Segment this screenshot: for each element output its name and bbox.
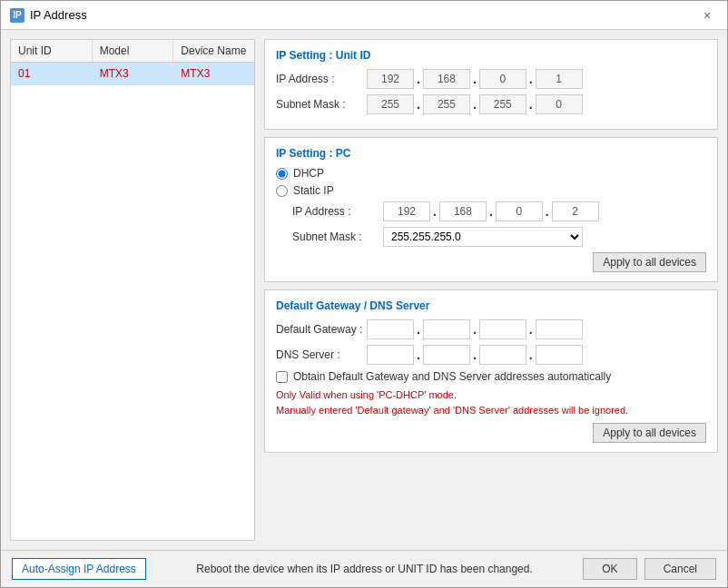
dns-1[interactable] (367, 345, 414, 365)
dhcp-radio[interactable] (276, 168, 288, 180)
dot1: . (417, 72, 420, 86)
gateway-1[interactable] (367, 319, 414, 339)
dot4: . (417, 97, 420, 112)
dialog-icon: IP (10, 8, 25, 23)
unit-subnet-row: Subnet Mask : . . . (276, 94, 706, 114)
gateway-row: Default Gateway : . . . (276, 319, 706, 339)
table-header: Unit ID Model Device Name (11, 40, 254, 63)
close-button[interactable]: × (696, 5, 718, 26)
cell-model: MTX3 (93, 63, 174, 84)
gateway-title: Default Gateway / DNS Server (276, 299, 706, 312)
auto-obtain-row: Obtain Default Gateway and DNS Server ad… (276, 370, 706, 383)
static-radio-row: Static IP (276, 184, 706, 197)
dot12: . (529, 322, 533, 337)
ok-button[interactable]: OK (583, 558, 636, 580)
dhcp-label: DHCP (293, 167, 324, 180)
cancel-button[interactable]: Cancel (644, 558, 716, 580)
auto-obtain-checkbox[interactable] (276, 371, 288, 383)
pc-subnet-row: Subnet Mask : 255.255.255.0 (292, 227, 706, 247)
static-ip-label: Static IP (293, 184, 334, 197)
gateway-inputs: . . . (367, 319, 583, 339)
dialog-window: IP IP Address × Unit ID Model Device Nam… (0, 0, 728, 588)
static-ip-section: IP Address : . . . Subnet Mask : (276, 201, 706, 247)
gateway-apply-button[interactable]: Apply to all devices (593, 423, 706, 443)
gateway-4[interactable] (536, 319, 583, 339)
unit-ip-1[interactable] (367, 69, 414, 89)
title-bar: IP IP Address × (1, 1, 727, 30)
auto-assign-button[interactable]: Auto-Assign IP Address (12, 558, 146, 580)
dot5: . (473, 97, 477, 112)
dot11: . (473, 322, 477, 337)
unit-subnet-1[interactable] (367, 94, 414, 114)
unit-ip-4[interactable] (536, 69, 583, 89)
info-line2: Manually entered 'Default gateway' and '… (276, 405, 628, 416)
dot10: . (417, 322, 420, 337)
main-content: Unit ID Model Device Name 01 MTX3 MTX3 I… (1, 30, 727, 550)
unit-subnet-4[interactable] (536, 94, 583, 114)
table-row[interactable]: 01 MTX3 MTX3 (11, 63, 254, 85)
right-panel: IP Setting : Unit ID IP Address : . . . … (264, 39, 718, 541)
col-unit-id: Unit ID (11, 40, 93, 62)
col-device-name: Device Name (173, 40, 254, 62)
dot6: . (529, 97, 533, 112)
gateway-2[interactable] (423, 319, 470, 339)
gateway-section: Default Gateway / DNS Server Default Gat… (264, 289, 718, 453)
gateway-label: Default Gateway : (276, 323, 367, 336)
pc-ip-1[interactable] (383, 201, 430, 221)
auto-obtain-label: Obtain Default Gateway and DNS Server ad… (293, 370, 611, 383)
unit-ip-inputs: . . . (367, 69, 583, 89)
dot14: . (473, 348, 477, 362)
reboot-text: Reboot the device when its IP address or… (196, 563, 532, 575)
dot7: . (433, 204, 437, 219)
unit-id-title: IP Setting : Unit ID (276, 49, 706, 62)
pc-apply-button[interactable]: Apply to all devices (593, 252, 706, 272)
unit-subnet-inputs: . . . (367, 94, 583, 114)
pc-ip-4[interactable] (552, 201, 599, 221)
dot15: . (529, 348, 533, 362)
dot9: . (546, 204, 549, 219)
pc-ip-inputs: . . . (383, 201, 599, 221)
cell-device-name: MTX3 (173, 63, 254, 84)
pc-section: IP Setting : PC DHCP Static IP IP Addres… (264, 137, 718, 282)
unit-ip-label: IP Address : (276, 73, 367, 85)
unit-ip-2[interactable] (423, 69, 470, 89)
info-line1: Only Valid when using 'PC-DHCP' mode. (276, 389, 457, 400)
dhcp-radio-row: DHCP (276, 167, 706, 180)
dot2: . (473, 72, 477, 86)
unit-id-section: IP Setting : Unit ID IP Address : . . . … (264, 39, 718, 130)
unit-ip-3[interactable] (479, 69, 526, 89)
pc-ip-2[interactable] (439, 201, 487, 221)
gateway-info: Only Valid when using 'PC-DHCP' mode. Ma… (276, 387, 706, 417)
unit-subnet-2[interactable] (423, 94, 470, 114)
unit-subnet-label: Subnet Mask : (276, 98, 367, 111)
cell-unit-id: 01 (11, 63, 93, 84)
pc-ip-3[interactable] (496, 201, 543, 221)
device-table: Unit ID Model Device Name 01 MTX3 MTX3 (10, 39, 255, 541)
pc-title: IP Setting : PC (276, 147, 706, 160)
dns-inputs: . . . (367, 345, 583, 365)
dns-4[interactable] (536, 345, 583, 365)
dialog-title: IP Address (30, 8, 87, 22)
unit-ip-row: IP Address : . . . (276, 69, 706, 89)
dns-2[interactable] (423, 345, 470, 365)
static-ip-radio[interactable] (276, 185, 288, 197)
pc-subnet-label: Subnet Mask : (292, 230, 383, 243)
dot8: . (489, 204, 493, 219)
dns-3[interactable] (479, 345, 526, 365)
footer: Auto-Assign IP Address Reboot the device… (1, 550, 727, 587)
pc-ip-label: IP Address : (292, 205, 383, 218)
dns-row: DNS Server : . . . (276, 345, 706, 365)
dns-label: DNS Server : (276, 348, 367, 361)
gateway-3[interactable] (479, 319, 526, 339)
pc-subnet-select[interactable]: 255.255.255.0 (383, 227, 583, 247)
title-bar-left: IP IP Address (10, 8, 87, 23)
unit-subnet-3[interactable] (479, 94, 526, 114)
col-model: Model (93, 40, 174, 62)
bottom-buttons: OK Cancel (583, 558, 716, 580)
pc-ip-row: IP Address : . . . (292, 201, 706, 221)
dot13: . (417, 348, 420, 362)
dot3: . (529, 72, 533, 86)
